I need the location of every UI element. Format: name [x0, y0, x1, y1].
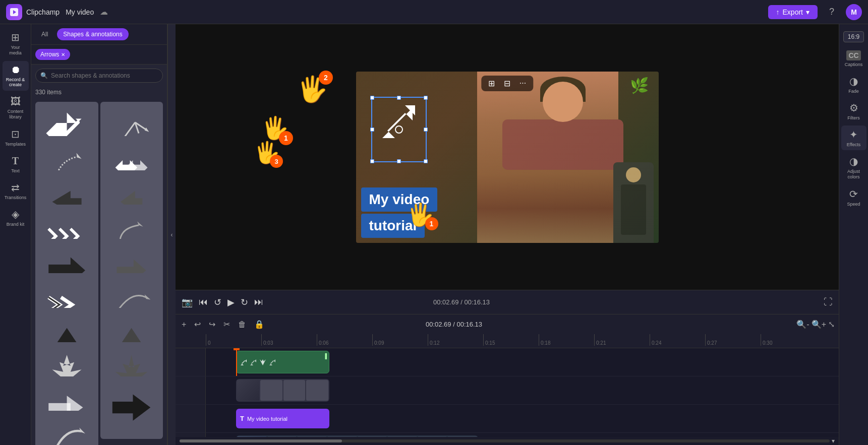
transitions-icon: ⇄ — [11, 181, 20, 194]
video-overlay-toolbar: ⊞ ⊟ ··· — [481, 76, 533, 91]
search-box: 🔍 — [35, 69, 163, 83]
person-head — [543, 82, 583, 122]
sidebar-item-content-library[interactable]: 🖼 Contentlibrary — [3, 93, 29, 123]
resize-handle-bl[interactable] — [370, 159, 374, 163]
track-body-video — [206, 376, 839, 404]
resize-handle-tm[interactable] — [397, 96, 401, 100]
content-library-icon: 🖼 — [11, 96, 21, 107]
track-row-arrows: ▐ — [176, 348, 839, 376]
current-time: 00:02.69 — [433, 298, 459, 306]
right-icon-effects[interactable]: ✦ Effects — [841, 125, 866, 150]
app-name: Clipchamp — [26, 8, 60, 16]
svg-marker-8 — [145, 128, 149, 132]
ruler-mark-21: 0:21 — [594, 334, 650, 346]
center-content: 🌿 ⊞ ⊟ ··· — [176, 24, 839, 445]
fit-button[interactable]: ⤡ — [828, 320, 835, 329]
screenshot-button[interactable]: 📷 — [182, 297, 193, 308]
timeline-current: 00:02.69 — [426, 321, 451, 328]
right-icon-fade[interactable]: ◑ Fade — [841, 72, 866, 97]
arrows-clip[interactable]: ▐ — [236, 351, 329, 373]
scroll-down-button[interactable]: ▾ — [832, 437, 835, 444]
play-button[interactable]: ▶ — [227, 297, 235, 308]
templates-icon: ⊡ — [11, 128, 20, 140]
sidebar-item-templates[interactable]: ⊡ Templates — [3, 125, 29, 150]
fullscreen-button[interactable]: ⛶ — [824, 297, 833, 307]
ruler-mark-18: 0:18 — [539, 334, 594, 346]
timeline: 0 0:03 0:06 0:09 0:12 0:15 0:18 0:21 0:2… — [176, 334, 839, 445]
resize-handle-br[interactable] — [424, 159, 428, 163]
shape-item-arrow-bold-black[interactable] — [100, 376, 163, 439]
undo-button[interactable]: ↩ — [192, 317, 203, 331]
redo-button[interactable]: ↪ — [207, 317, 217, 331]
resize-handle-tr[interactable] — [424, 96, 428, 100]
panel-collapse-button[interactable]: ‹ — [167, 24, 176, 445]
resize-handle-lm[interactable] — [370, 128, 374, 132]
resize-handle-tl[interactable] — [370, 96, 374, 100]
resize-handle-rm[interactable] — [424, 128, 428, 132]
zoom-in-button[interactable]: 🔍+ — [812, 320, 826, 329]
scrollbar-thumb[interactable] — [180, 439, 342, 442]
video-clip[interactable] — [236, 379, 329, 402]
help-button[interactable]: ? — [824, 4, 840, 20]
selection-box[interactable] — [371, 97, 427, 162]
sidebar-item-your-media[interactable]: ⊞ Your media — [3, 28, 29, 59]
tab-all[interactable]: All — [35, 28, 54, 40]
main-thumb-3 — [297, 436, 327, 437]
video-more-icon[interactable]: ··· — [516, 78, 529, 89]
aspect-ratio-badge[interactable]: 16:9 — [843, 31, 864, 42]
svg-marker-19 — [145, 294, 151, 299]
ruler-mark-15: 0:15 — [483, 334, 539, 346]
cloud-icon: ☁ — [100, 7, 108, 17]
timeline-scrollbar[interactable]: ▾ — [176, 437, 839, 445]
rewind-button[interactable]: ↺ — [214, 297, 221, 308]
main-video-clip[interactable] — [236, 435, 478, 437]
sidebar-right: 16:9 CC Captions ◑ Fade ⚙ Filters ✦ Effe… — [839, 24, 868, 445]
topbar-right: ↑ Export ▾ ? M — [768, 4, 862, 20]
speed-icon: ⟳ — [849, 188, 858, 200]
text-line2[interactable]: tutorial — [361, 214, 425, 238]
shape-item-arrow-last[interactable] — [35, 411, 98, 445]
skip-back-button[interactable]: ⏮ — [199, 297, 208, 307]
effects-icon: ✦ — [849, 129, 858, 141]
cut-button[interactable]: ✂ — [221, 317, 232, 331]
text-overlay[interactable]: My video tutorial — [361, 187, 654, 238]
project-title[interactable]: My video — [66, 8, 94, 16]
search-input[interactable] — [35, 69, 163, 83]
sidebar-item-transitions[interactable]: ⇄ Transitions — [3, 178, 29, 203]
shapes-panel: All Shapes & annotations Arrows ✕ 🔍 330 … — [31, 24, 167, 445]
resize-handle-bm[interactable] — [397, 159, 401, 163]
cursor-hand-left: 🖐 1 — [261, 115, 289, 141]
video-resize-icon[interactable]: ⊞ — [485, 78, 498, 89]
add-media-button[interactable]: + — [180, 318, 188, 331]
delete-button[interactable]: 🗑 — [236, 318, 248, 331]
tab-shapes-annotations[interactable]: Shapes & annotations — [57, 28, 128, 40]
export-button[interactable]: ↑ Export ▾ — [768, 5, 818, 19]
skip-forward-button[interactable]: ⏭ — [254, 297, 263, 307]
preview-video: 🌿 ⊞ ⊟ ··· — [356, 72, 659, 243]
ruler-mark-0: 0 — [206, 334, 261, 346]
right-icon-speed[interactable]: ⟳ Speed — [841, 185, 866, 210]
right-icon-captions[interactable]: CC Captions — [841, 47, 866, 70]
avatar[interactable]: M — [846, 4, 862, 20]
right-icon-filters[interactable]: ⚙ Filters — [841, 99, 866, 123]
main-thumb-7 — [418, 436, 447, 437]
sidebar-item-record-create[interactable]: ⏺ Record &create — [3, 61, 29, 91]
video-crop-icon[interactable]: ⊟ — [501, 78, 513, 89]
forward-button[interactable]: ↻ — [241, 297, 248, 308]
main-thumb-5 — [358, 436, 387, 437]
panel-tabs: All Shapes & annotations — [31, 24, 167, 45]
timeline-ruler: 0 0:03 0:06 0:09 0:12 0:15 0:18 0:21 0:2… — [176, 334, 839, 348]
filter-close-icon[interactable]: ✕ — [61, 52, 65, 57]
sidebar-item-text[interactable]: T Text — [3, 152, 29, 176]
text-line1[interactable]: My video — [361, 187, 438, 212]
scrollbar-track — [180, 439, 830, 442]
ruler-marks: 0 0:03 0:06 0:09 0:12 0:15 0:18 0:21 0:2… — [176, 334, 839, 348]
right-icon-adjust-colors[interactable]: ◑ Adjustcolors — [841, 152, 866, 183]
timeline-tracks: ▐ — [176, 348, 839, 437]
text-clip[interactable]: T My video tutorial — [236, 409, 329, 428]
zoom-out-button[interactable]: 🔍- — [796, 320, 809, 329]
lock-button[interactable]: 🔒 — [252, 317, 266, 331]
video-thumb-3 — [283, 380, 306, 401]
filter-arrows[interactable]: Arrows ✕ — [35, 49, 70, 60]
sidebar-item-brand-kit[interactable]: ◈ Brand kit — [3, 205, 29, 230]
